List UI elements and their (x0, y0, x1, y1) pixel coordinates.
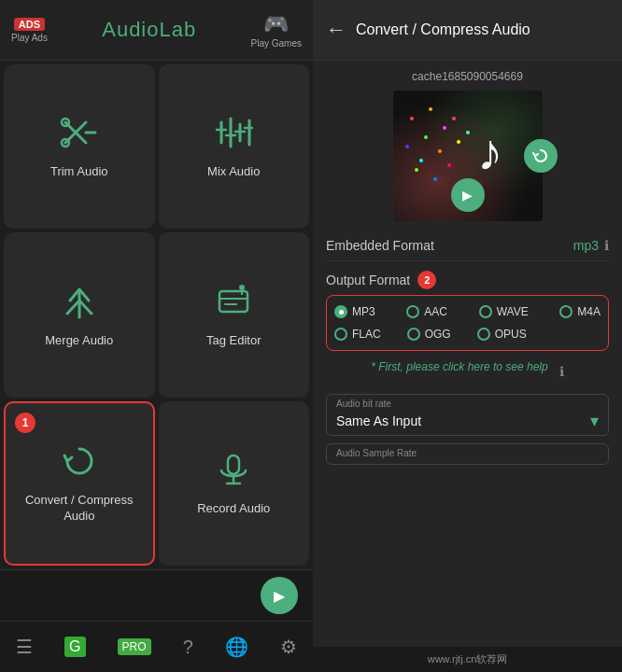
convert-label: Convert / CompressAudio (25, 493, 134, 525)
svg-rect-16 (219, 291, 247, 312)
svg-point-30 (438, 149, 442, 153)
format-ogg[interactable]: OGG (407, 328, 451, 341)
bit-rate-row: Same As Input ▾ (336, 411, 599, 431)
bit-rate-arrow-icon: ▾ (590, 411, 599, 431)
svg-point-34 (457, 140, 460, 144)
radio-opus (477, 328, 490, 341)
bit-rate-dropdown[interactable]: Audio bit rate Same As Input ▾ (326, 394, 609, 436)
right-header: ← Convert / Compress Audio (313, 0, 622, 61)
grid-item-record[interactable]: Record Audio (159, 401, 310, 566)
svg-text:♪: ♪ (477, 123, 503, 181)
help-text: * First, please click here to see help (371, 360, 547, 373)
format-opus[interactable]: OPUS (477, 328, 527, 341)
grid-item-convert[interactable]: 1 Convert / CompressAudio (4, 401, 155, 566)
app-title: AudioLab (102, 18, 196, 42)
radio-flac (334, 328, 347, 341)
left-header: ADS Play Ads AudioLab 🎮 Play Games (0, 0, 313, 61)
svg-point-32 (447, 163, 451, 167)
format-ogg-label: OGG (425, 328, 451, 341)
tag-label: Tag Editor (206, 333, 262, 349)
format-aac-label: AAC (424, 305, 447, 318)
grid-item-merge[interactable]: Merge Audio (4, 232, 155, 397)
svg-point-33 (433, 177, 437, 181)
output-format-label: Output Format (326, 273, 410, 287)
play-ads-label: Play Ads (11, 33, 48, 43)
play-audio-button[interactable]: ▶ (451, 178, 485, 212)
ads-label: ADS (14, 18, 45, 31)
radio-m4a (559, 305, 573, 318)
svg-point-36 (466, 131, 470, 134)
embedded-format-right: mp3 ℹ (573, 238, 609, 253)
tag-icon (214, 282, 253, 326)
svg-point-24 (410, 117, 414, 120)
radio-ogg (407, 328, 420, 341)
gamepad-icon: 🎮 (263, 12, 289, 36)
left-panel: ADS Play Ads AudioLab 🎮 Play Games (0, 0, 313, 672)
back-button[interactable]: ← (326, 18, 346, 42)
merge-label: Merge Audio (45, 333, 113, 349)
menu-icon[interactable]: ☰ (16, 636, 33, 658)
games-block[interactable]: 🎮 Play Games (251, 12, 302, 49)
album-art-container: ♪ ▶ (393, 91, 543, 221)
feature-grid: Trim Audio Mix Audio (0, 61, 313, 569)
refresh-button[interactable] (524, 139, 558, 173)
svg-line-15 (79, 301, 92, 314)
svg-point-28 (443, 126, 446, 130)
svg-point-31 (415, 168, 418, 172)
left-bottom-bar: ▶ (0, 569, 313, 621)
format-row-1: MP3 AAC WAVE M4A (334, 305, 601, 318)
play-games-label: Play Games (251, 38, 302, 49)
right-title: Convert / Compress Audio (356, 21, 530, 38)
settings-icon[interactable]: ⚙ (280, 636, 297, 658)
right-content: cache1685090054669 (313, 61, 622, 647)
svg-point-25 (424, 135, 428, 139)
language-icon[interactable]: 🌐 (225, 636, 248, 658)
format-mp3[interactable]: MP3 (334, 305, 375, 318)
embedded-format-value: mp3 (573, 238, 599, 253)
album-art: ♪ ▶ (393, 91, 543, 221)
badge-2: 2 (417, 271, 436, 289)
ads-block[interactable]: ADS Play Ads (11, 18, 48, 43)
grid-item-trim[interactable]: Trim Audio (4, 64, 155, 229)
grid-item-mix[interactable]: Mix Audio (159, 64, 310, 229)
svg-point-35 (452, 117, 456, 120)
svg-point-27 (429, 107, 432, 111)
format-wave-label: WAVE (497, 305, 529, 318)
help-row[interactable]: * First, please click here to see help ℹ (326, 360, 609, 383)
format-flac[interactable]: FLAC (334, 328, 381, 341)
bottom-nav: ☰ G PRO ? 🌐 ⚙ (0, 621, 313, 672)
sample-rate-label: Audio Sample Rate (336, 448, 599, 458)
svg-point-19 (239, 285, 245, 290)
format-m4a[interactable]: M4A (559, 305, 601, 318)
sample-rate-dropdown[interactable]: Audio Sample Rate (326, 443, 609, 465)
play-button[interactable]: ▶ (261, 577, 298, 614)
left-panels-wrapper: Trim Audio Mix Audio (0, 61, 313, 672)
watermark: www.rjtj.cn软荐网 (313, 647, 622, 672)
format-flac-label: FLAC (352, 328, 381, 341)
radio-mp3 (334, 305, 347, 318)
grid-item-tag[interactable]: Tag Editor (159, 232, 310, 397)
embedded-format-label: Embedded Format (326, 238, 434, 253)
translate-icon[interactable]: G (64, 637, 85, 657)
format-aac[interactable]: AAC (406, 305, 447, 318)
mix-label: Mix Audio (207, 164, 260, 180)
format-wave[interactable]: WAVE (479, 305, 529, 318)
mixer-icon (214, 113, 253, 157)
format-opus-label: OPUS (495, 328, 527, 341)
svg-rect-21 (228, 455, 239, 474)
embedded-format-info-icon[interactable]: ℹ (604, 238, 609, 253)
help-info-icon[interactable]: ℹ (559, 364, 564, 379)
bit-rate-label: Audio bit rate (336, 399, 599, 409)
radio-wave (479, 305, 492, 318)
file-name: cache1685090054669 (326, 70, 609, 83)
format-m4a-label: M4A (577, 305, 601, 318)
svg-point-29 (419, 159, 423, 162)
help-icon[interactable]: ? (183, 637, 193, 658)
svg-line-14 (67, 301, 79, 314)
format-mp3-label: MP3 (352, 305, 375, 318)
pro-icon[interactable]: PRO (118, 638, 151, 655)
badge-1: 1 (15, 413, 35, 433)
trim-label: Trim Audio (50, 164, 108, 180)
right-panel: ← Convert / Compress Audio cache16850900… (313, 0, 622, 672)
radio-aac (406, 305, 419, 318)
